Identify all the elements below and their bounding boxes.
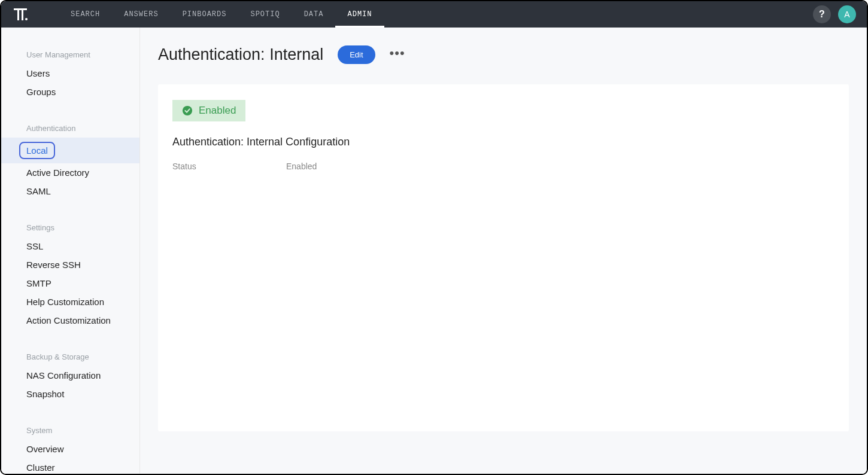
nav-data[interactable]: DATA [292,1,336,28]
help-button[interactable]: ? [813,5,831,23]
sidebar-section-backup-storage: Backup & Storage NAS Configuration Snaps… [1,348,139,403]
sidebar-item-users[interactable]: Users [1,64,139,83]
sidebar-item-cluster[interactable]: Cluster [1,458,139,474]
sidebar-header: Settings [1,218,139,237]
sidebar: User Management Users Groups Authenticat… [1,28,140,474]
top-navigation: SEARCH ANSWERS PINBOARDS SPOTIQ DATA ADM… [1,1,867,28]
nav-answers[interactable]: ANSWERS [112,1,170,28]
sidebar-item-groups[interactable]: Groups [1,83,139,101]
sidebar-section-settings: Settings SSL Reverse SSH SMTP Help Custo… [1,218,139,330]
page-title: Authentication: Internal [158,45,323,64]
svg-rect-1 [17,8,19,20]
nav-items: SEARCH ANSWERS PINBOARDS SPOTIQ DATA ADM… [59,1,384,28]
main-area: User Management Users Groups Authenticat… [1,28,867,474]
avatar[interactable]: A [838,5,856,23]
sidebar-section-authentication: Authentication Local Active Directory SA… [1,119,139,200]
nav-spotiq[interactable]: SPOTIQ [238,1,292,28]
nav-right: ? A [813,5,856,23]
check-circle-icon [182,105,193,116]
sidebar-item-overview[interactable]: Overview [1,440,139,458]
sidebar-item-active-directory[interactable]: Active Directory [1,163,139,182]
sidebar-section-user-management: User Management Users Groups [1,45,139,101]
config-value-status: Enabled [286,162,317,171]
sidebar-item-reverse-ssh[interactable]: Reverse SSH [1,255,139,274]
content-area: Authentication: Internal Edit ••• Enable… [140,28,867,474]
sidebar-item-snapshot[interactable]: Snapshot [1,385,139,403]
sidebar-item-help-customization[interactable]: Help Customization [1,293,139,311]
nav-search[interactable]: SEARCH [59,1,112,28]
edit-button[interactable]: Edit [338,45,375,64]
nav-admin[interactable]: ADMIN [335,1,384,28]
sidebar-item-label: Local [19,142,55,159]
sidebar-header: Backup & Storage [1,348,139,366]
sidebar-item-local[interactable]: Local [1,138,139,163]
svg-point-3 [25,18,28,20]
status-badge-label: Enabled [199,105,236,117]
sidebar-item-smtp[interactable]: SMTP [1,274,139,293]
page-header: Authentication: Internal Edit ••• [158,45,849,64]
sidebar-header: Authentication [1,119,139,138]
config-key-status: Status [172,162,286,171]
config-row: Status Enabled [172,162,834,171]
sidebar-header: System [1,421,139,440]
sidebar-item-nas-configuration[interactable]: NAS Configuration [1,366,139,385]
sidebar-item-saml[interactable]: SAML [1,182,139,200]
config-card: Enabled Authentication: Internal Configu… [158,84,849,431]
more-options-icon[interactable]: ••• [390,47,405,63]
config-section-title: Authentication: Internal Configuration [172,136,834,148]
sidebar-section-system: System Overview Cluster [1,421,139,474]
svg-rect-2 [22,8,23,20]
sidebar-item-ssl[interactable]: SSL [1,237,139,255]
status-badge: Enabled [172,100,245,121]
sidebar-header: User Management [1,45,139,64]
svg-point-4 [183,106,192,115]
sidebar-item-action-customization[interactable]: Action Customization [1,311,139,330]
nav-pinboards[interactable]: PINBOARDS [171,1,239,28]
svg-rect-0 [14,8,27,10]
logo-icon[interactable] [12,6,29,23]
